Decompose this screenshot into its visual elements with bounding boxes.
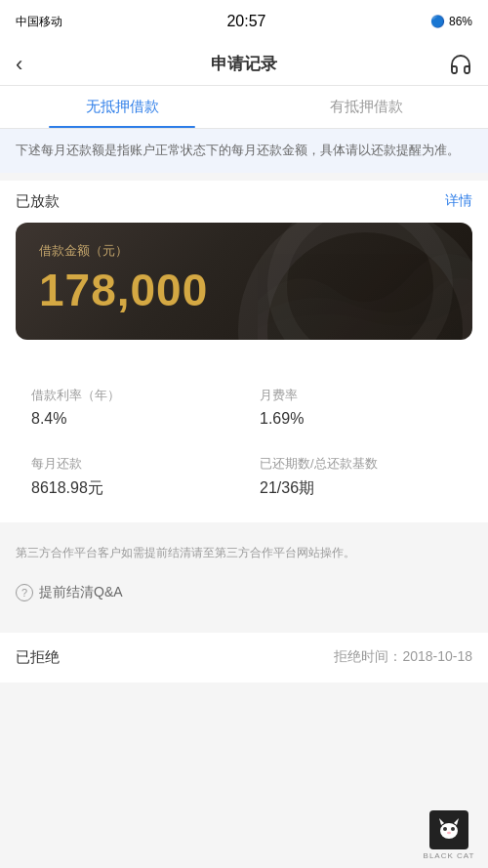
svg-point-0	[440, 823, 458, 839]
rejected-section: 已拒绝 拒绝时间：2018-10-18	[0, 633, 488, 682]
rejected-date: 拒绝时间：2018-10-18	[334, 648, 472, 666]
black-cat-icon	[434, 815, 464, 845]
details-grid: 借款利率（年） 8.4% 月费率 1.69% 每月还款 8618.98元 已还期…	[16, 375, 472, 515]
battery-info: 🔵 86%	[430, 15, 472, 28]
early-repay-label: 提前结清Q&A	[39, 584, 123, 601]
detail-monthly-rate-value: 1.69%	[260, 410, 457, 428]
nav-bar: ‹ 申请记录	[0, 43, 488, 86]
svg-point-4	[451, 827, 455, 831]
headset-icon	[449, 53, 472, 76]
detail-monthly-payment: 每月还款 8618.98元	[16, 443, 244, 515]
detail-rate-year-value: 8.4%	[31, 410, 228, 428]
back-button[interactable]: ‹	[16, 52, 55, 77]
detail-repaid-periods: 已还期数/总还款基数 21/36期	[244, 443, 472, 515]
svg-marker-2	[454, 818, 459, 825]
card-amount-value: 178,000	[39, 266, 449, 315]
svg-point-3	[443, 827, 447, 831]
rejected-date-value: 2018-10-18	[402, 648, 472, 664]
detail-repaid-periods-label: 已还期数/总还款基数	[260, 455, 457, 473]
detail-monthly-payment-value: 8618.98元	[31, 478, 228, 499]
page-title: 申请记录	[211, 53, 277, 75]
third-party-notice: 第三方合作平台客户如需提前结清请至第三方合作平台网站操作。	[0, 530, 488, 576]
tabs-container: 无抵押借款 有抵押借款	[0, 86, 488, 129]
loan-details-section: 借款利率（年） 8.4% 月费率 1.69% 每月还款 8618.98元 已还期…	[0, 359, 488, 522]
tab-unsecured[interactable]: 无抵押借款	[0, 86, 244, 128]
bluetooth-icon: 🔵	[430, 15, 445, 28]
detail-link[interactable]: 详情	[445, 192, 472, 210]
loan-status-label: 已放款	[16, 192, 60, 211]
detail-monthly-payment-label: 每月还款	[31, 455, 228, 473]
time-display: 20:57	[226, 13, 265, 30]
detail-monthly-rate-label: 月费率	[260, 387, 457, 404]
battery-level: 86%	[449, 15, 472, 28]
headset-button[interactable]	[433, 53, 472, 76]
tab-secured[interactable]: 有抵押借款	[244, 86, 488, 128]
detail-monthly-rate: 月费率 1.69%	[244, 375, 472, 443]
section-divider	[0, 617, 488, 625]
card-amount-label: 借款金额（元）	[39, 242, 449, 260]
watermark: BLACK CAT	[410, 809, 488, 868]
loan-card: 借款金额（元） 178,000	[16, 223, 472, 340]
svg-point-5	[447, 832, 451, 834]
notice-banner: 下述每月还款额是指账户正常状态下的每月还款金额，具体请以还款提醒为准。	[0, 129, 488, 173]
loan-section-header: 已放款 详情	[0, 181, 488, 223]
watermark-text: BLACK CAT	[424, 851, 475, 860]
loan-card-container: 借款金额（元） 178,000	[0, 223, 488, 359]
rejected-date-prefix: 拒绝时间：	[334, 648, 402, 664]
carrier-signal: 中国移动	[16, 14, 62, 30]
question-icon: ?	[16, 584, 33, 601]
svg-marker-1	[439, 818, 444, 825]
rejected-label: 已拒绝	[16, 648, 60, 667]
detail-rate-year: 借款利率（年） 8.4%	[16, 375, 244, 443]
detail-repaid-periods-value: 21/36期	[260, 478, 457, 499]
detail-rate-year-label: 借款利率（年）	[31, 387, 228, 404]
watermark-logo	[429, 810, 468, 849]
early-repay-link[interactable]: ? 提前结清Q&A	[0, 576, 488, 617]
status-bar: 中国移动 20:57 🔵 86%	[0, 0, 488, 43]
